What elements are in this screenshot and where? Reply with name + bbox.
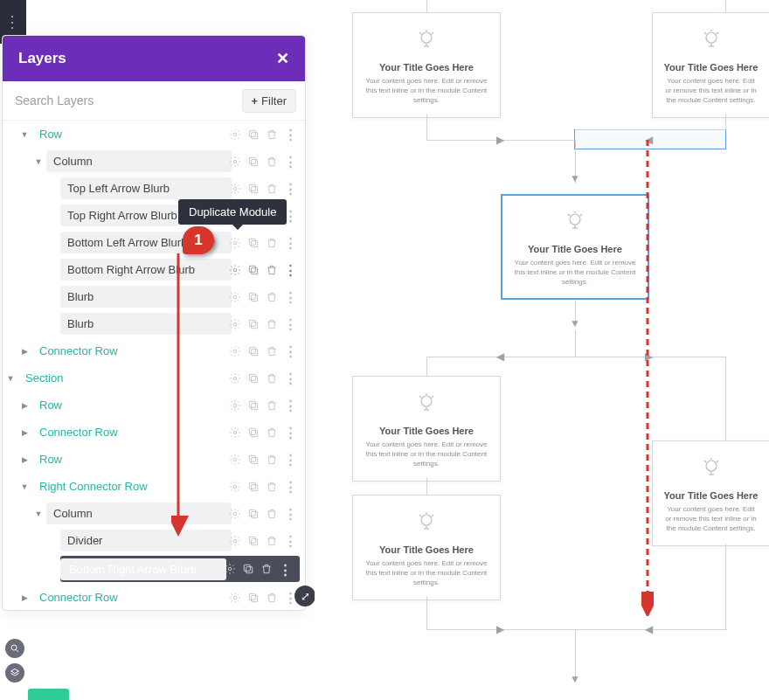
delete-icon[interactable]: [266, 535, 278, 547]
more-icon[interactable]: ⋮: [284, 372, 296, 385]
layers-fab[interactable]: [5, 663, 24, 683]
blurb-card[interactable]: Your Title Goes Here Your content goes h…: [652, 12, 769, 118]
builder-canvas[interactable]: Your Title Goes Here Your content goes h…: [315, 0, 769, 700]
caret-icon[interactable]: ▶: [20, 401, 29, 410]
layer-row[interactable]: ▼Section⋮: [3, 364, 305, 392]
gear-icon[interactable]: [229, 264, 241, 276]
duplicate-icon[interactable]: [247, 264, 260, 276]
more-icon[interactable]: ⋮: [284, 237, 296, 249]
duplicate-icon[interactable]: [247, 454, 260, 466]
delete-icon[interactable]: [266, 183, 278, 195]
layer-row[interactable]: ▼Column⋮: [3, 148, 305, 175]
delete-icon[interactable]: [266, 264, 278, 276]
caret-icon[interactable]: ▶: [20, 593, 29, 602]
filter-button[interactable]: + Filter: [242, 89, 296, 113]
duplicate-icon[interactable]: [247, 183, 260, 195]
blurb-card[interactable]: Your Title Goes Here Your content goes h…: [352, 12, 501, 118]
layer-row[interactable]: ▶Connector Row⋮: [3, 337, 305, 364]
panel-resize-handle[interactable]: ⤢: [294, 586, 315, 606]
layer-row[interactable]: Blurb⋮: [3, 283, 305, 310]
duplicate-icon[interactable]: [247, 237, 260, 249]
gear-icon[interactable]: [229, 592, 241, 604]
caret-icon[interactable]: ▶: [20, 428, 29, 437]
gear-icon[interactable]: [229, 291, 241, 303]
layer-row[interactable]: ▶Row⋮: [3, 392, 305, 419]
gear-icon[interactable]: [229, 237, 241, 249]
delete-icon[interactable]: [266, 156, 278, 168]
layer-row[interactable]: ▼Row⋮: [3, 121, 305, 148]
duplicate-icon[interactable]: [247, 318, 260, 330]
duplicate-icon[interactable]: [247, 291, 260, 303]
layer-row[interactable]: ▶Connector Row⋮: [3, 584, 305, 610]
delete-icon[interactable]: [266, 454, 278, 466]
delete-icon[interactable]: [266, 128, 278, 141]
delete-icon[interactable]: [266, 592, 278, 604]
blurb-card[interactable]: Your Title Goes Here Your content goes h…: [352, 495, 501, 600]
bottom-action-button[interactable]: [28, 689, 69, 700]
more-icon[interactable]: ⋮: [284, 399, 296, 412]
delete-icon[interactable]: [266, 318, 278, 330]
duplicate-icon[interactable]: [247, 372, 260, 385]
more-icon[interactable]: ⋮: [279, 563, 291, 575]
search-input[interactable]: [11, 88, 235, 113]
gear-icon[interactable]: [229, 372, 241, 385]
duplicate-icon[interactable]: [247, 481, 260, 493]
blurb-card[interactable]: Your Title Goes Here Your content goes h…: [352, 376, 501, 482]
caret-icon[interactable]: ▶: [20, 455, 29, 464]
gear-icon[interactable]: [229, 399, 241, 412]
duplicate-icon[interactable]: [247, 345, 260, 357]
blurb-card[interactable]: Your Title Goes Here Your content goes h…: [652, 440, 769, 546]
gear-icon[interactable]: [229, 156, 241, 168]
caret-icon[interactable]: ▶: [20, 347, 29, 356]
more-icon[interactable]: ⋮: [284, 535, 296, 547]
duplicate-icon[interactable]: [247, 156, 260, 168]
delete-icon[interactable]: [266, 426, 278, 439]
more-icon[interactable]: ⋮: [284, 291, 296, 303]
more-icon[interactable]: ⋮: [284, 345, 296, 357]
more-icon[interactable]: ⋮: [284, 454, 296, 466]
caret-icon[interactable]: ▼: [34, 157, 43, 166]
more-icon[interactable]: ⋮: [284, 318, 296, 330]
delete-icon[interactable]: [266, 481, 278, 493]
gear-icon[interactable]: [229, 454, 241, 466]
caret-icon[interactable]: ▼: [20, 482, 29, 491]
gear-icon[interactable]: [229, 481, 241, 493]
gear-icon[interactable]: [229, 345, 241, 357]
duplicate-icon[interactable]: [247, 426, 260, 439]
delete-icon[interactable]: [266, 372, 278, 385]
caret-icon[interactable]: ▼: [20, 130, 29, 139]
caret-icon[interactable]: ▼: [34, 509, 43, 518]
layer-row[interactable]: Bottom Right Arrow Blurb⋮: [60, 556, 300, 582]
gear-icon[interactable]: [229, 535, 241, 547]
gear-icon[interactable]: [229, 426, 241, 439]
more-icon[interactable]: ⋮: [284, 183, 296, 195]
more-icon[interactable]: ⋮: [284, 128, 296, 141]
gear-icon[interactable]: [224, 563, 236, 575]
zoom-fab[interactable]: [5, 639, 24, 658]
layer-row[interactable]: Bottom Left Arrow Blurb⋮: [3, 229, 305, 256]
layer-row[interactable]: Blurb⋮: [3, 310, 305, 337]
duplicate-icon[interactable]: [247, 399, 260, 412]
layer-row[interactable]: ▶Row⋮: [3, 446, 305, 473]
more-icon[interactable]: ⋮: [284, 156, 296, 168]
duplicate-icon[interactable]: [247, 535, 260, 547]
gear-icon[interactable]: [229, 508, 241, 520]
more-icon[interactable]: ⋮: [284, 264, 296, 276]
more-icon[interactable]: ⋮: [284, 481, 296, 493]
blurb-card-selected[interactable]: Your Title Goes Here Your content goes h…: [501, 194, 649, 300]
gear-icon[interactable]: [229, 318, 241, 330]
duplicate-icon[interactable]: [247, 128, 260, 141]
caret-icon[interactable]: ▼: [6, 374, 15, 383]
duplicate-icon[interactable]: [247, 592, 260, 604]
layer-row[interactable]: ▼Right Connector Row⋮: [3, 473, 305, 500]
close-icon[interactable]: ✕: [276, 49, 289, 68]
delete-icon[interactable]: [260, 563, 273, 575]
layer-row[interactable]: ▼Column⋮: [3, 500, 305, 527]
delete-icon[interactable]: [266, 237, 278, 249]
layer-row[interactable]: ▶Connector Row⋮: [3, 419, 305, 446]
more-icon[interactable]: ⋮: [284, 426, 296, 439]
delete-icon[interactable]: [266, 508, 278, 520]
delete-icon[interactable]: [266, 345, 278, 357]
duplicate-icon[interactable]: [242, 563, 254, 575]
gear-icon[interactable]: [229, 183, 241, 195]
